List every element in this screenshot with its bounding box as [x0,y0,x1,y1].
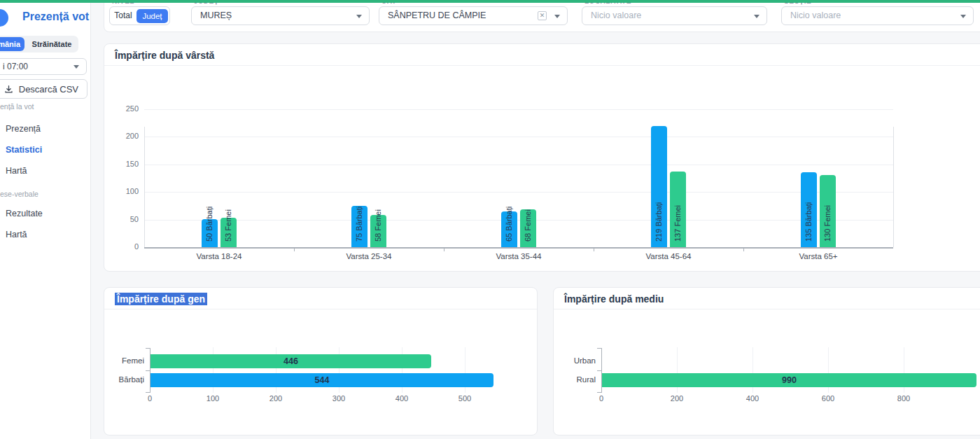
y-axis-tick [146,392,150,393]
bar-value-label: 135 Bărbați [804,202,813,242]
x-axis-tick-label: 800 [888,394,919,403]
mediu-chart-plot: 0200400600800UrbanRural990 [554,309,980,435]
bar-value-label: 58 Femei [374,209,382,242]
bar-value-label: 53 Femei [224,209,232,242]
nivel-toggle: Total Județ [109,6,170,25]
judet-select-value: MUREȘ [200,11,232,20]
x-axis-tick-label: 100 [197,394,228,403]
x-axis-tick-label: 0 [134,394,165,403]
bar-value-label: 446 [150,356,431,366]
chevron-down-icon [356,15,362,18]
y-axis-tick [146,348,150,349]
bar-value-label: 990 [602,375,976,385]
uat-select[interactable]: SÂNPETRU DE CÂMPIE ✕ [379,6,568,25]
clear-icon[interactable]: ✕ [538,11,547,20]
mediu-chart-header: Împărțire după mediu [554,288,980,309]
age-chart-plot: 05010015020025050 Bărbați53 FemeiVarsta … [104,66,980,271]
chevron-down-icon [754,15,760,18]
filter-sectie: SECȚIE Nicio valoare [781,0,974,33]
download-csv-button[interactable]: Descarcă CSV [0,79,88,99]
filter-bar: NIVEL Total Județ JUDEȚ MUREȘ UAT SÂNPET… [104,0,980,32]
category-label: Rural [559,375,596,384]
sidebar-item-prezenta[interactable]: Prezență [6,124,41,134]
category-label: Bărbați [108,375,144,384]
age-chart-title: Împărțire după vârstă [115,50,214,61]
tab-romania[interactable]: mânia [0,37,24,51]
filter-judet: JUDEȚ MUREȘ [191,0,370,33]
y-axis-tick-label: 150 [111,160,139,168]
bar-value-label: 65 Bărbați [505,207,513,242]
judet-select[interactable]: MUREȘ [191,6,370,25]
mediu-chart-card: Împărțire după mediu 0200400600800UrbanR… [553,287,980,435]
logo-icon [0,9,8,27]
grid-line [144,220,893,221]
nivel-option-judet[interactable]: Județ [136,9,168,23]
bar-value-label: 137 Femei [673,205,682,242]
time-select[interactable]: i 07:00 [0,58,87,75]
age-chart-header: Împărțire după vârstă [104,44,980,66]
selected-text: Împărțire după gen [115,293,207,305]
filter-localitate: LOCALITATE Nicio valoare [582,0,767,33]
time-select-value: i 07:00 [3,62,28,71]
x-axis-category-label: Varsta 18-24 [170,252,268,260]
sidebar: Prezență vot mânia Străinătate i 07:00 D… [0,0,91,439]
download-icon [4,85,13,94]
x-axis-tick-label: 200 [260,394,291,403]
age-chart-card: Împărțire după vârstă 05010015020025050 … [104,43,980,272]
grid-line [144,109,893,110]
sectie-placeholder: Nicio valoare [790,11,841,20]
sidebar-item-harta-rezultate[interactable]: Hartă [6,230,27,239]
y-axis-tick-label: 0 [111,242,139,251]
chevron-down-icon [960,15,966,18]
x-axis-category-label: Varsta 65+ [769,252,867,260]
gender-chart-title: Împărțire după gen [115,293,207,305]
x-axis-tick-label: 400 [737,394,768,403]
category-label: Urban [559,356,596,365]
localitate-placeholder: Nicio valoare [591,11,641,20]
tab-strainatate[interactable]: Străinătate [27,37,77,51]
localitate-select[interactable]: Nicio valoare [582,6,767,25]
download-csv-label: Descarcă CSV [19,84,78,95]
sidebar-item-rezultate[interactable]: Rezultate [6,209,43,218]
y-axis-tick [146,370,150,371]
category-label: Femei [108,356,144,365]
bar-value-label: 544 [150,375,493,385]
axis-left-spine [144,127,145,247]
bar-value-label: 130 Femei [823,205,832,242]
x-axis-tick [743,247,744,251]
y-axis-tick [597,370,601,371]
x-axis-category-label: Varsta 35-44 [470,252,568,260]
x-axis-tick-label: 400 [386,394,417,403]
x-axis-tick [444,247,444,251]
gender-chart-card: Împărțire după gen 0100200300400500Femei… [104,287,538,435]
x-axis-line [144,247,893,249]
sidebar-item-statistici[interactable]: Statistici [6,145,42,155]
section-label-procese-verbale: ese-verbale [0,190,38,198]
gender-chart-header: Împărțire după gen [104,288,537,309]
sidebar-item-harta-prezenta[interactable]: Hartă [6,166,27,176]
y-axis-tick-label: 250 [111,104,139,113]
page-title: Prezență vot [22,11,89,23]
nivel-option-total[interactable]: Total [110,7,136,25]
grid-line [144,192,893,193]
x-axis-tick-label: 300 [323,394,354,403]
x-axis-tick [294,247,295,251]
y-axis-tick [597,392,601,393]
mediu-chart-title: Împărțire după mediu [564,293,664,305]
axis-right-spine [893,127,894,247]
y-axis-tick-label: 200 [111,132,139,140]
sectie-select[interactable]: Nicio valoare [781,6,974,25]
x-axis-tick-label: 200 [662,394,692,403]
filter-nivel: NIVEL Total Județ [109,0,170,33]
x-axis-tick-label: 600 [813,394,844,403]
bar-value-label: 75 Bărbați [355,207,363,242]
section-label-prezenta-la-vot: ență la vot [0,102,34,111]
grid-line [144,165,893,165]
bar-value-label: 50 Bărbați [205,207,214,242]
x-axis-tick-label: 0 [586,394,617,403]
x-axis-tick-label: 500 [449,394,480,403]
x-axis-category-label: Varsta 25-34 [320,252,418,260]
y-axis-tick-label: 50 [111,215,139,223]
bar-value-label: 68 Femei [524,209,532,242]
chevron-down-icon [554,15,560,18]
